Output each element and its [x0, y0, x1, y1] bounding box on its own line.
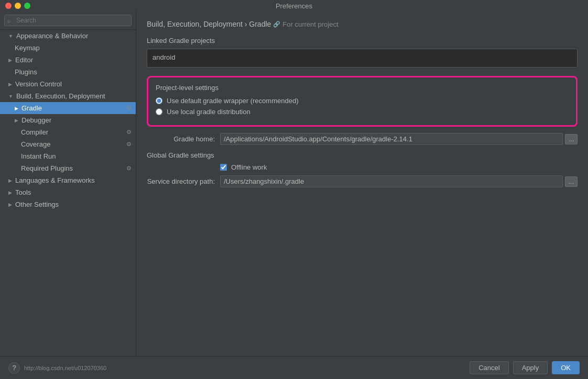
radio-default-wrapper[interactable]: Use default gradle wrapper (recommended)	[156, 97, 569, 105]
project-settings-box: Project-level settings Use default gradl…	[147, 76, 578, 127]
link-icon: 🔗	[273, 21, 280, 28]
arrow-icon: ▶	[15, 118, 18, 123]
linked-projects-label: Linked Gradle projects	[147, 37, 578, 44]
radio-local-distribution[interactable]: Use local gradle distribution	[156, 108, 569, 116]
service-directory-row: Service directory path: ...	[147, 175, 578, 187]
coverage-badge-icon: ⚙	[126, 141, 132, 148]
arrow-icon: ▶	[8, 190, 12, 195]
bottom-bar: ? http://blog.csdn.net/u012070360 Cancel…	[0, 356, 588, 379]
gradle-badge-icon: ⚙	[126, 105, 132, 112]
minimize-button[interactable]	[15, 3, 21, 9]
close-button[interactable]	[5, 3, 12, 9]
arrow-icon: ▼	[8, 34, 13, 39]
radio-default-wrapper-input[interactable]	[156, 97, 162, 104]
search-bar: ⌕	[0, 12, 136, 30]
service-directory-input[interactable]	[220, 175, 563, 187]
sidebar-item-gradle[interactable]: ▶ Gradle ⚙	[0, 102, 136, 114]
project-settings-title: Project-level settings	[156, 84, 569, 92]
service-directory-label: Service directory path:	[147, 177, 215, 185]
search-input[interactable]	[4, 15, 132, 26]
ok-button[interactable]: OK	[552, 361, 580, 374]
sidebar-item-label: Keymap	[15, 44, 40, 52]
sidebar: ⌕ ▼ Appearance & Behavior Keymap ▶ Edito…	[0, 12, 136, 356]
bottom-right: Cancel Apply OK	[470, 361, 580, 374]
offline-work-checkbox[interactable]	[220, 164, 227, 171]
gradle-home-row: Gradle home: ...	[147, 133, 578, 145]
window-controls	[5, 3, 30, 9]
sidebar-item-label: Tools	[15, 188, 31, 196]
sidebar-item-compiler[interactable]: Compiler ⚙	[0, 126, 136, 138]
title-bar: Preferences	[0, 0, 588, 12]
arrow-icon: ▶	[8, 58, 12, 63]
sidebar-item-label: Compiler	[21, 128, 48, 136]
sidebar-item-label: Instant Run	[21, 152, 56, 160]
sidebar-item-coverage[interactable]: Coverage ⚙	[0, 138, 136, 150]
maximize-button[interactable]	[24, 3, 30, 9]
required-plugins-badge-icon: ⚙	[126, 165, 132, 172]
sidebar-item-label: Debugger	[21, 116, 51, 124]
radio-local-distribution-input[interactable]	[156, 108, 162, 115]
sidebar-item-build[interactable]: ▼ Build, Execution, Deployment	[0, 90, 136, 102]
linked-projects-value: android	[153, 53, 175, 61]
sidebar-item-label: Gradle	[21, 104, 42, 112]
gradle-home-label: Gradle home:	[147, 135, 215, 143]
sidebar-item-label: Plugins	[15, 68, 37, 76]
linked-projects-box: android	[147, 49, 578, 68]
search-icon: ⌕	[7, 17, 11, 24]
sidebar-item-required-plugins[interactable]: Required Plugins ⚙	[0, 162, 136, 174]
project-label: For current project	[282, 20, 338, 28]
global-settings-title: Global Gradle settings	[147, 151, 578, 159]
sidebar-item-label: Coverage	[21, 140, 50, 148]
content-area: Build, Execution, Deployment › Gradle 🔗 …	[136, 12, 588, 356]
compiler-badge-icon: ⚙	[126, 129, 132, 136]
sidebar-item-keymap[interactable]: Keymap	[0, 42, 136, 54]
arrow-icon: ▶	[15, 106, 18, 111]
sidebar-item-tools[interactable]: ▶ Tools	[0, 186, 136, 198]
arrow-icon: ▶	[8, 178, 12, 183]
cancel-button[interactable]: Cancel	[470, 361, 508, 374]
arrow-icon: ▶	[8, 202, 12, 207]
arrow-icon: ▶	[8, 82, 12, 87]
arrow-icon: ▼	[8, 94, 13, 99]
radio-default-wrapper-label: Use default gradle wrapper (recommended)	[167, 97, 298, 105]
service-directory-input-wrap: ...	[220, 175, 578, 187]
sidebar-item-version-control[interactable]: ▶ Version Control	[0, 78, 136, 90]
sidebar-item-label: Appearance & Behavior	[16, 32, 88, 40]
watermark: http://blog.csdn.net/u012070360	[24, 365, 106, 371]
apply-button[interactable]: Apply	[513, 361, 548, 374]
sidebar-item-editor[interactable]: ▶ Editor	[0, 54, 136, 66]
help-button[interactable]: ?	[8, 362, 20, 374]
sidebar-item-label: Required Plugins	[21, 164, 73, 172]
sidebar-item-label: Other Settings	[15, 200, 59, 208]
offline-work-label: Offline work	[231, 163, 267, 171]
sidebar-item-other-settings[interactable]: ▶ Other Settings	[0, 198, 136, 210]
sidebar-item-plugins[interactable]: Plugins	[0, 66, 136, 78]
sidebar-item-debugger[interactable]: ▶ Debugger	[0, 114, 136, 126]
sidebar-item-appearance[interactable]: ▼ Appearance & Behavior	[0, 30, 136, 42]
bottom-left: ? http://blog.csdn.net/u012070360	[8, 362, 106, 374]
sidebar-item-label: Build, Execution, Deployment	[16, 92, 105, 100]
search-wrapper: ⌕	[4, 15, 132, 26]
gradle-home-input[interactable]	[220, 133, 563, 145]
breadcrumb-path: Build, Execution, Deployment › Gradle	[147, 20, 271, 28]
offline-work-row: Offline work	[147, 163, 578, 171]
sidebar-item-languages[interactable]: ▶ Languages & Frameworks	[0, 174, 136, 186]
service-directory-browse-button[interactable]: ...	[565, 176, 578, 187]
sidebar-item-label: Editor	[15, 56, 33, 64]
main-container: ⌕ ▼ Appearance & Behavior Keymap ▶ Edito…	[0, 12, 588, 356]
sidebar-item-instant-run[interactable]: Instant Run	[0, 150, 136, 162]
sidebar-item-label: Version Control	[15, 80, 62, 88]
gradle-home-input-wrap: ...	[220, 133, 578, 145]
sidebar-item-label: Languages & Frameworks	[15, 176, 95, 184]
gradle-home-browse-button[interactable]: ...	[565, 134, 578, 144]
breadcrumb: Build, Execution, Deployment › Gradle 🔗 …	[147, 20, 578, 28]
window-title: Preferences	[276, 2, 312, 10]
radio-local-distribution-label: Use local gradle distribution	[167, 108, 251, 116]
